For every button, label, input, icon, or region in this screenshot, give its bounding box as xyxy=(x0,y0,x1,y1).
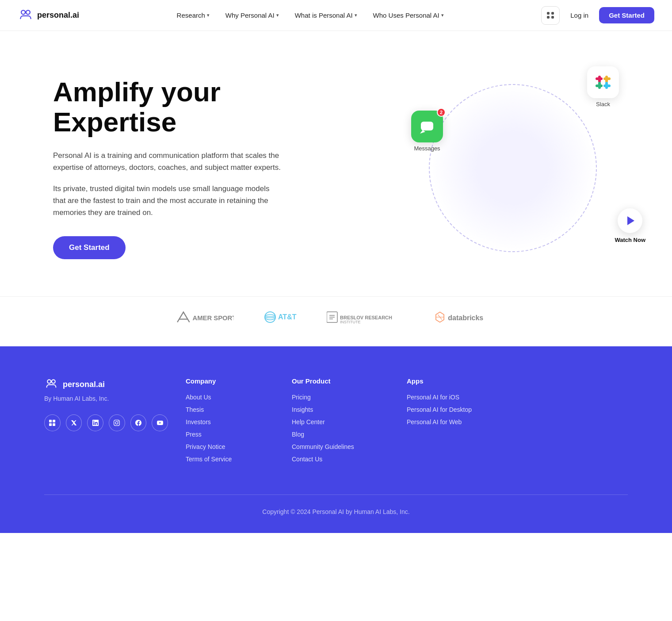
svg-rect-2 xyxy=(594,73,612,92)
nav-actions: Log in Get Started xyxy=(541,6,654,25)
chevron-down-icon: ▾ xyxy=(276,12,279,18)
messages-label: Messages xyxy=(414,145,440,152)
footer-brand: personal.ai By Human AI Labs, Inc. xyxy=(44,377,168,468)
social-youtube-button[interactable] xyxy=(152,414,168,431)
footer-link-about[interactable]: About Us xyxy=(186,394,274,401)
footer-link-terms[interactable]: Terms of Service xyxy=(186,456,274,463)
hero-title: Amplify your Expertise xyxy=(53,77,283,137)
hero-content: Amplify your Expertise Personal AI is a … xyxy=(53,77,283,259)
svg-rect-35 xyxy=(53,423,55,426)
nav-logo-text: personal.ai xyxy=(37,11,79,20)
hero-section: Amplify your Expertise Personal AI is a … xyxy=(0,31,672,296)
play-icon xyxy=(627,216,634,225)
footer-link-thesis[interactable]: Thesis xyxy=(186,406,274,413)
hero-visual: Slack 2 Messages Watch Now xyxy=(389,58,637,279)
footer-logo-text: personal.ai xyxy=(63,380,105,389)
hero-desc-2: Its private, trusted digital twin models… xyxy=(53,183,283,219)
svg-text:AMER SPORTS: AMER SPORTS xyxy=(193,314,234,322)
social-twitter-button[interactable] xyxy=(66,414,82,431)
logos-strip: AMER SPORTS AT&T BRESLOV RESEARCH INSTIT… xyxy=(0,296,672,346)
svg-rect-33 xyxy=(53,420,55,422)
logo-amer-sports: AMER SPORTS xyxy=(173,310,234,324)
watch-now-button[interactable]: Watch Now xyxy=(615,208,645,243)
svg-point-0 xyxy=(21,10,25,14)
footer-link-privacy[interactable]: Privacy Notice xyxy=(186,443,274,450)
nav-link-why[interactable]: Why Personal AI ▾ xyxy=(219,8,285,23)
hero-desc-1: Personal AI is a training and communicat… xyxy=(53,150,283,173)
chevron-down-icon: ▾ xyxy=(207,12,210,18)
svg-rect-6 xyxy=(603,77,611,80)
nav-link-who[interactable]: Who Uses Personal AI ▾ xyxy=(367,8,450,23)
logo-databricks: databricks xyxy=(433,310,499,324)
svg-rect-32 xyxy=(49,420,52,422)
messages-app-icon: 2 Messages xyxy=(411,111,443,152)
chevron-down-icon: ▾ xyxy=(355,12,357,18)
footer-link-ios[interactable]: Personal AI for iOS xyxy=(407,394,504,401)
svg-text:AT&T: AT&T xyxy=(278,313,297,321)
footer-tagline: By Human AI Labs, Inc. xyxy=(44,395,168,402)
grid-icon xyxy=(547,12,554,19)
navbar: personal.ai Research ▾ Why Personal AI ▾… xyxy=(0,0,672,31)
svg-rect-8 xyxy=(596,84,603,87)
footer-company-column: Company About Us Thesis Investors Press … xyxy=(186,377,274,468)
copyright-text: Copyright © 2024 Personal AI by Human AI… xyxy=(262,508,409,515)
nav-logo[interactable]: personal.ai xyxy=(18,8,79,23)
chevron-down-icon: ▾ xyxy=(441,12,444,18)
login-link[interactable]: Log in xyxy=(565,8,594,23)
nav-get-started-button[interactable]: Get Started xyxy=(599,7,654,23)
footer-social xyxy=(44,414,168,431)
nav-link-what[interactable]: What is Personal AI ▾ xyxy=(289,8,363,23)
social-facebook-button[interactable] xyxy=(130,414,147,431)
play-button[interactable] xyxy=(618,208,642,233)
footer-link-community[interactable]: Community Guidelines xyxy=(292,443,389,450)
footer-apps-column: Apps Personal AI for iOS Personal AI for… xyxy=(407,377,504,468)
svg-rect-4 xyxy=(596,77,603,80)
logo-breslov: BRESLOV RESEARCH INSTITUTE xyxy=(327,310,406,324)
watch-label: Watch Now xyxy=(615,237,645,243)
footer-apps-heading: Apps xyxy=(407,377,504,385)
hero-cta-button[interactable]: Get Started xyxy=(53,236,126,259)
social-linkedin-button[interactable] xyxy=(87,414,103,431)
footer-company-heading: Company xyxy=(186,377,274,385)
svg-point-30 xyxy=(47,380,51,383)
footer: personal.ai By Human AI Labs, Inc. xyxy=(0,346,672,533)
footer-link-investors[interactable]: Investors xyxy=(186,418,274,426)
grid-menu-button[interactable] xyxy=(541,6,560,25)
social-instagram-button[interactable] xyxy=(109,414,125,431)
footer-link-contact[interactable]: Contact Us xyxy=(292,456,389,463)
footer-top: personal.ai By Human AI Labs, Inc. xyxy=(44,377,628,468)
nav-links: Research ▾ Why Personal AI ▾ What is Per… xyxy=(171,8,450,23)
footer-link-web[interactable]: Personal AI for Web xyxy=(407,418,504,426)
logo-att: AT&T xyxy=(260,310,300,324)
footer-logo: personal.ai xyxy=(44,377,168,391)
footer-link-blog[interactable]: Blog xyxy=(292,431,389,438)
slack-app-icon: Slack xyxy=(587,66,619,107)
footer-product-heading: Our Product xyxy=(292,377,389,385)
footer-link-insights[interactable]: Insights xyxy=(292,406,389,413)
svg-text:INSTITUTE: INSTITUTE xyxy=(340,320,361,324)
notification-badge: 2 xyxy=(437,108,446,117)
svg-rect-12 xyxy=(421,122,433,130)
footer-link-press[interactable]: Press xyxy=(186,431,274,438)
social-grid-button[interactable] xyxy=(44,414,61,431)
footer-link-help[interactable]: Help Center xyxy=(292,418,389,426)
footer-copyright: Copyright © 2024 Personal AI by Human AI… xyxy=(44,494,628,515)
footer-link-desktop[interactable]: Personal AI for Desktop xyxy=(407,406,504,413)
svg-text:databricks: databricks xyxy=(448,314,484,322)
svg-rect-34 xyxy=(49,423,52,426)
footer-product-column: Our Product Pricing Insights Help Center… xyxy=(292,377,389,468)
slack-label: Slack xyxy=(596,101,610,107)
svg-point-1 xyxy=(26,10,30,14)
svg-rect-10 xyxy=(603,84,611,87)
nav-link-research[interactable]: Research ▾ xyxy=(171,8,216,23)
svg-point-31 xyxy=(52,380,55,383)
circle-ring xyxy=(429,84,597,252)
footer-link-pricing[interactable]: Pricing xyxy=(292,394,389,401)
messages-icon-box: 2 xyxy=(411,111,443,142)
slack-icon-box xyxy=(587,66,619,98)
